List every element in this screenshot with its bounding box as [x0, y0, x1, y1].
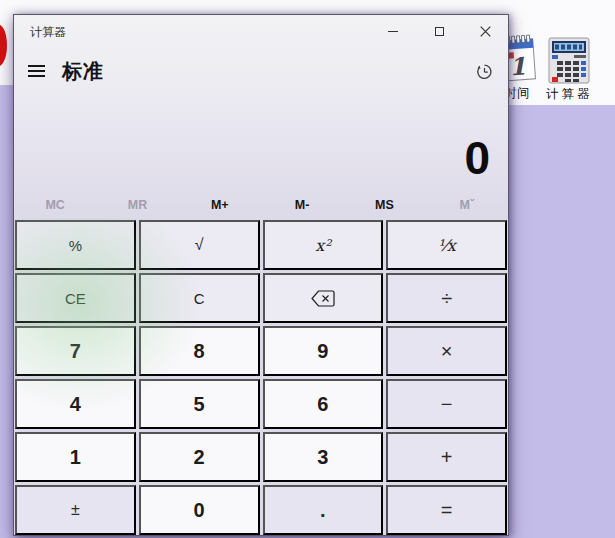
key-clear-entry[interactable]: CE: [15, 273, 136, 323]
desktop-wallpaper-patch: [0, 85, 14, 107]
maximize-button[interactable]: [416, 15, 462, 47]
hamburger-icon: [28, 62, 45, 80]
key-zero[interactable]: 0: [139, 485, 260, 535]
key-four[interactable]: 4: [15, 379, 136, 429]
keypad: % √ x² ¹⁄x CE C ÷ 7 8 9 × 4 5 6 − 1 2 3 …: [14, 218, 508, 535]
mode-label: 标准: [62, 58, 104, 85]
memory-row: MC MR M+ M- MS Mˇ: [14, 191, 508, 218]
key-square-root[interactable]: √: [139, 220, 260, 270]
svg-text:1: 1: [508, 51, 527, 81]
key-six[interactable]: 6: [263, 379, 384, 429]
key-reciprocal[interactable]: ¹⁄x: [386, 220, 507, 270]
key-three[interactable]: 3: [263, 432, 384, 482]
memory-flyout-button[interactable]: Mˇ: [426, 191, 508, 218]
close-button[interactable]: [462, 15, 508, 47]
key-seven[interactable]: 7: [15, 326, 136, 376]
minimize-icon: [388, 31, 398, 32]
key-five[interactable]: 5: [139, 379, 260, 429]
backspace-icon: [311, 290, 335, 307]
history-icon: [475, 62, 494, 81]
titlebar: 计算器: [14, 15, 508, 47]
key-clear[interactable]: C: [139, 273, 260, 323]
display-value: 0: [464, 133, 490, 183]
calculator-device-icon: [546, 37, 592, 84]
display-area: 0: [14, 95, 508, 191]
close-icon: [480, 26, 491, 37]
key-add[interactable]: +: [386, 432, 507, 482]
history-button[interactable]: [464, 51, 504, 91]
maximize-icon: [435, 27, 444, 36]
desktop-icon-calculator[interactable]: 计算器: [546, 37, 592, 84]
key-nine[interactable]: 9: [263, 326, 384, 376]
memory-add-button[interactable]: M+: [179, 191, 261, 218]
key-percent[interactable]: %: [15, 220, 136, 270]
key-negate[interactable]: ±: [15, 485, 136, 535]
key-eight[interactable]: 8: [139, 326, 260, 376]
key-equals[interactable]: =: [386, 485, 507, 535]
calculator-window: 计算器 标准 0 MC MR M+: [13, 14, 509, 536]
key-square[interactable]: x²: [263, 220, 384, 270]
key-decimal[interactable]: .: [263, 485, 384, 535]
memory-clear-button[interactable]: MC: [14, 191, 96, 218]
key-multiply[interactable]: ×: [386, 326, 507, 376]
menu-button[interactable]: [14, 51, 58, 91]
partial-red-digit: 0: [0, 14, 10, 78]
app-header: 标准: [14, 47, 508, 95]
key-one[interactable]: 1: [15, 432, 136, 482]
key-two[interactable]: 2: [139, 432, 260, 482]
minimize-button[interactable]: [370, 15, 416, 47]
key-divide[interactable]: ÷: [386, 273, 507, 323]
memory-store-button[interactable]: MS: [343, 191, 425, 218]
key-subtract[interactable]: −: [386, 379, 507, 429]
memory-recall-button[interactable]: MR: [96, 191, 178, 218]
memory-subtract-button[interactable]: M-: [261, 191, 343, 218]
window-title: 计算器: [14, 15, 370, 47]
desktop-icon-calculator-label: 计算器: [546, 86, 592, 103]
key-backspace[interactable]: [263, 273, 384, 323]
